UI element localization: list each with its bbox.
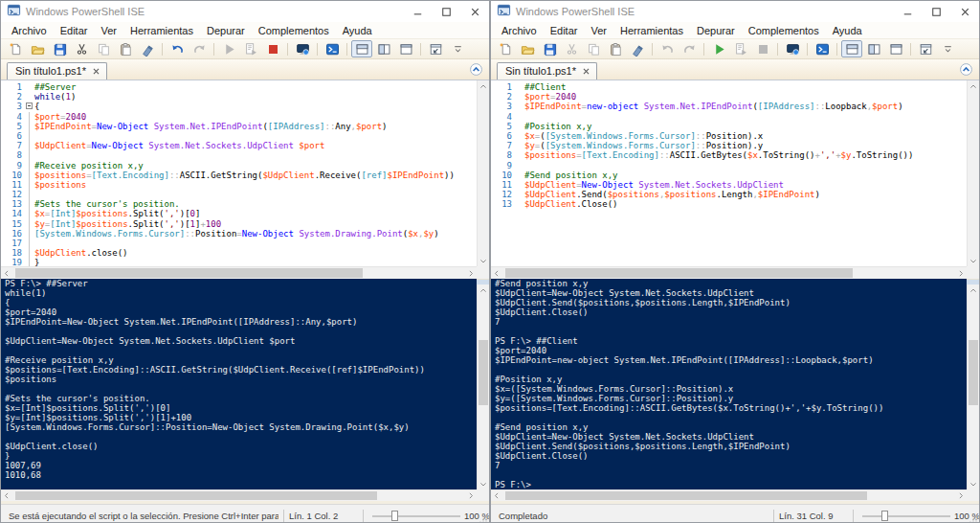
scroll-up-icon[interactable] <box>968 284 979 296</box>
menu-item-complementos[interactable]: Complementos <box>742 24 826 37</box>
menu-item-herramientas[interactable]: Herramientas <box>613 24 690 37</box>
code-line[interactable]: 12 <box>1 190 477 199</box>
collapse-script-pane-button[interactable] <box>469 62 483 77</box>
new-file-icon[interactable] <box>495 40 516 57</box>
console-vertical-scrollbar[interactable] <box>967 284 979 489</box>
code-line[interactable]: 2while(1) <box>1 92 477 102</box>
console-horizontal-scrollbar[interactable] <box>1 489 477 501</box>
fold-toggle[interactable] <box>26 102 34 111</box>
code-line[interactable]: 13#Sets the cursor's position. <box>1 199 477 209</box>
scroll-down-icon[interactable] <box>478 478 489 489</box>
tab-sin-titulo1[interactable]: Sin título1.ps1* <box>497 62 597 80</box>
scrollbar-thumb[interactable] <box>505 268 853 278</box>
paste-icon[interactable] <box>115 40 136 57</box>
layout-max-icon[interactable] <box>885 40 906 57</box>
scroll-left-icon[interactable] <box>1 490 12 501</box>
paste-icon[interactable] <box>605 40 626 57</box>
code-line[interactable]: 13$UdpClient.Close() <box>491 199 967 209</box>
layout-max-icon[interactable] <box>395 40 416 57</box>
scroll-right-icon[interactable] <box>465 490 477 501</box>
remote-tab-icon[interactable] <box>782 40 803 57</box>
code-line[interactable]: 19} <box>1 258 477 266</box>
cut-icon[interactable] <box>71 40 92 57</box>
scroll-right-icon[interactable] <box>465 267 477 279</box>
code-line[interactable]: 10#Send position x,y <box>491 171 967 180</box>
menu-item-ver[interactable]: Ver <box>584 24 613 37</box>
layout-top-icon[interactable] <box>351 40 372 57</box>
code-line[interactable]: 3{ <box>1 102 477 111</box>
menu-item-archivo[interactable]: Archivo <box>495 24 544 37</box>
clear-console-icon[interactable] <box>137 40 158 57</box>
code-line[interactable]: 11$UdpClient=New-Object System.Net.Socke… <box>491 180 967 190</box>
scrollbar-thumb[interactable] <box>15 491 377 500</box>
console-horizontal-scrollbar[interactable] <box>491 489 967 501</box>
code-line[interactable]: 5#Position x,y <box>491 122 967 131</box>
title-bar[interactable]: Windows PowerShell ISE <box>1 1 489 22</box>
menu-item-archivo[interactable]: Archivo <box>5 24 54 37</box>
tab-sin-titulo1[interactable]: Sin título1.ps1* <box>7 62 107 80</box>
code-line[interactable]: 1##Server <box>1 82 477 92</box>
scroll-down-icon[interactable] <box>968 255 979 266</box>
maximize-button[interactable] <box>922 1 950 22</box>
code-line[interactable]: 1##Client <box>491 82 967 92</box>
resize-grip[interactable] <box>968 513 978 523</box>
scrollbar-thumb[interactable] <box>15 268 363 278</box>
console-output[interactable]: #Send position x,y$UdpClient=New-Object … <box>491 279 967 489</box>
open-folder-icon[interactable] <box>517 40 538 57</box>
toolbar-overflow-icon[interactable] <box>937 40 958 57</box>
scrollbar-thumb[interactable] <box>505 491 867 500</box>
show-script-pane-icon[interactable] <box>915 40 936 57</box>
toolbar-overflow-icon[interactable] <box>447 40 468 57</box>
tab-close-icon[interactable] <box>92 67 100 76</box>
fold-collapse-icon[interactable] <box>26 102 33 109</box>
editor-vertical-scrollbar[interactable] <box>477 80 489 266</box>
powershell-console-icon[interactable] <box>322 40 343 57</box>
console-output[interactable]: PS F:\> ##Serverwhile(1){$port=2040$IPEn… <box>1 279 477 489</box>
console-pane[interactable]: #Send position x,y$UdpClient=New-Object … <box>491 284 979 501</box>
menu-item-depurar[interactable]: Depurar <box>200 24 252 37</box>
menu-item-ver[interactable]: Ver <box>94 24 123 37</box>
zoom-slider[interactable] <box>372 515 460 517</box>
run-script-icon[interactable] <box>708 40 729 57</box>
menu-item-editar[interactable]: Editar <box>544 24 585 37</box>
code-line[interactable]: 7$UdpClient=New-Object System.Net.Socket… <box>1 141 477 150</box>
open-folder-icon[interactable] <box>27 40 48 57</box>
menu-item-ayuda[interactable]: Ayuda <box>336 24 379 37</box>
editor-horizontal-scrollbar[interactable] <box>491 266 967 279</box>
code-line[interactable]: 16[System.Windows.Forms.Cursor]::Positio… <box>1 229 477 239</box>
collapse-script-pane-button[interactable] <box>959 62 973 77</box>
new-file-icon[interactable] <box>5 40 26 57</box>
code-line[interactable]: 3$IPEndPoint=new-object System.Net.IPEnd… <box>491 102 967 111</box>
code-line[interactable]: 9#Receive position x,y <box>1 161 477 171</box>
code-line[interactable]: 7$y=([System.Windows.Forms.Cursor]::Posi… <box>491 141 967 150</box>
scroll-up-icon[interactable] <box>478 284 489 296</box>
menu-item-complementos[interactable]: Complementos <box>252 24 336 37</box>
scroll-left-icon[interactable] <box>1 267 12 279</box>
code-line[interactable]: 11$positions <box>1 180 477 190</box>
console-vertical-scrollbar[interactable] <box>477 284 489 489</box>
save-icon[interactable] <box>539 40 560 57</box>
code-area[interactable]: 1##Server2while(1)3{4$port=20405$IPEndPo… <box>1 80 477 266</box>
code-line[interactable]: 10$positions=[Text.Encoding]::ASCII.GetS… <box>1 171 477 180</box>
code-line[interactable]: 14$x=[Int]$positions.Split(',')[0] <box>1 209 477 218</box>
code-line[interactable]: 12$UdpClient.Send($positions,$positions.… <box>491 190 967 199</box>
stop-icon[interactable] <box>262 40 283 57</box>
menu-item-depurar[interactable]: Depurar <box>690 24 742 37</box>
layout-right-icon[interactable] <box>373 40 394 57</box>
minimize-button[interactable] <box>403 1 432 22</box>
scrollbar-thumb[interactable] <box>969 340 978 405</box>
scroll-right-icon[interactable] <box>955 490 967 501</box>
code-line[interactable]: 18$UdpClient.close() <box>1 248 477 258</box>
menu-item-ayuda[interactable]: Ayuda <box>826 24 869 37</box>
zoom-slider[interactable] <box>862 515 950 517</box>
editor-vertical-scrollbar[interactable] <box>967 80 979 266</box>
zoom-slider-handle[interactable] <box>881 511 888 521</box>
remote-tab-icon[interactable] <box>292 40 313 57</box>
layout-top-icon[interactable] <box>841 40 862 57</box>
scrollbar-thumb[interactable] <box>479 340 488 405</box>
show-script-pane-icon[interactable] <box>425 40 446 57</box>
tab-close-icon[interactable] <box>582 67 590 76</box>
code-line[interactable]: 8 <box>1 150 477 160</box>
code-line[interactable]: 6 <box>1 131 477 141</box>
close-button[interactable] <box>950 1 979 22</box>
